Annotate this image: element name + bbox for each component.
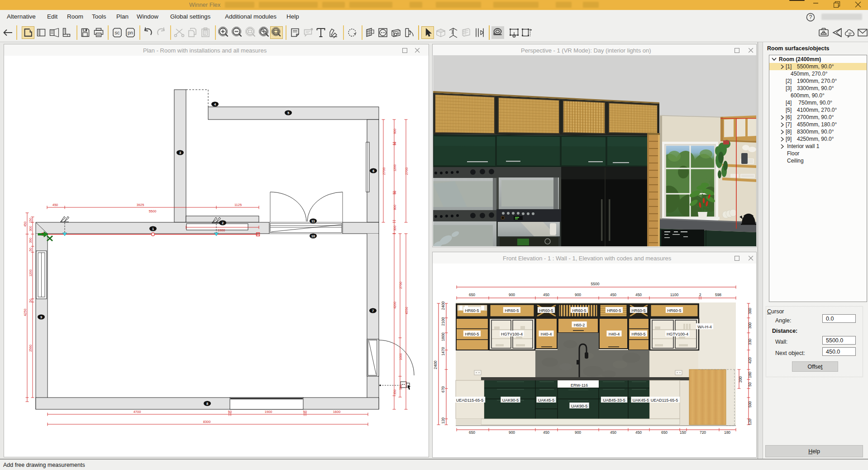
svg-text:sc: sc — [115, 30, 120, 35]
svg-text:390: 390 — [29, 238, 32, 243]
svg-text:2400: 2400 — [433, 360, 438, 369]
svg-text:7: 7 — [372, 309, 374, 313]
svg-text:120: 120 — [748, 419, 752, 425]
svg-text:1: 1 — [152, 227, 154, 231]
svg-text:HR60-5: HR60-5 — [631, 308, 645, 313]
svg-text:650: 650 — [469, 430, 475, 435]
svg-text:450: 450 — [635, 293, 642, 297]
svg-text:UAB45-33-5: UAB45-33-5 — [603, 398, 625, 403]
svg-text:2: 2 — [699, 293, 701, 297]
svg-text:HGTV100-4: HGTV100-4 — [667, 332, 688, 336]
svg-text:900: 900 — [575, 430, 581, 435]
svg-text:300: 300 — [393, 225, 396, 231]
svg-text:2400: 2400 — [441, 301, 445, 310]
svg-text:HR60-5: HR60-5 — [465, 332, 479, 336]
svg-text:UEAD115-65-5: UEAD115-65-5 — [651, 398, 678, 403]
svg-text:10: 10 — [311, 234, 315, 238]
svg-text:5500: 5500 — [591, 282, 600, 286]
svg-text:HR60-5: HR60-5 — [631, 332, 645, 336]
svg-text:UAK45-5: UAK45-5 — [538, 398, 555, 403]
svg-text:UAK90-5: UAK90-5 — [502, 398, 519, 403]
svg-text:900: 900 — [509, 293, 515, 297]
svg-text:450: 450 — [543, 430, 549, 435]
svg-text:9: 9 — [40, 315, 42, 319]
svg-text:450: 450 — [635, 430, 642, 435]
svg-text:2700: 2700 — [382, 168, 386, 175]
svg-text:50: 50 — [29, 248, 32, 251]
svg-text:900: 900 — [575, 293, 581, 297]
svg-text:pn: pn — [128, 30, 133, 35]
svg-text:450: 450 — [610, 430, 616, 435]
svg-text:HR60-5: HR60-5 — [607, 308, 621, 313]
svg-text:1200: 1200 — [393, 164, 396, 172]
svg-text:300: 300 — [748, 322, 752, 329]
svg-text:4700: 4700 — [134, 410, 141, 414]
svg-text:1470: 1470 — [441, 347, 445, 355]
svg-text:2700: 2700 — [405, 168, 409, 175]
svg-text:?: ? — [809, 14, 812, 20]
svg-text:1900: 1900 — [265, 410, 272, 414]
svg-text:598: 598 — [715, 293, 721, 297]
svg-text:300: 300 — [748, 308, 752, 314]
svg-text:720: 720 — [700, 430, 706, 435]
svg-text:6: 6 — [372, 169, 374, 173]
svg-text:50: 50 — [228, 410, 232, 414]
svg-text:2: 2 — [222, 221, 224, 225]
svg-text:HR60-5: HR60-5 — [539, 308, 553, 313]
svg-text:UEAD115-65-5: UEAD115-65-5 — [456, 398, 483, 403]
svg-text:1125: 1125 — [234, 203, 242, 207]
svg-text:500: 500 — [748, 401, 752, 408]
svg-text:150: 150 — [680, 430, 686, 435]
svg-text:5500: 5500 — [149, 209, 157, 213]
svg-text:4200: 4200 — [393, 302, 396, 309]
svg-text:120: 120 — [441, 417, 445, 424]
svg-text:ERW-116: ERW-116 — [571, 383, 588, 388]
svg-text:180: 180 — [748, 372, 752, 378]
svg-text:50: 50 — [393, 142, 396, 145]
svg-text:650: 650 — [661, 430, 668, 435]
svg-text:550: 550 — [399, 384, 402, 390]
svg-text:5: 5 — [287, 111, 289, 115]
svg-text:2700: 2700 — [399, 282, 402, 289]
svg-text:200: 200 — [738, 376, 743, 383]
svg-text:HR60-5: HR60-5 — [667, 308, 681, 313]
svg-text:3: 3 — [179, 151, 181, 155]
svg-text:450: 450 — [52, 203, 58, 207]
svg-text:900: 900 — [509, 430, 515, 435]
svg-text:150: 150 — [29, 218, 32, 223]
svg-text:180: 180 — [724, 430, 730, 435]
svg-text:1900: 1900 — [218, 228, 225, 232]
svg-text:450: 450 — [610, 293, 616, 297]
svg-text:WA-H-4: WA-H-4 — [697, 325, 712, 329]
svg-text:HR60-5: HR60-5 — [505, 308, 519, 313]
svg-text:600: 600 — [393, 129, 396, 134]
svg-text:8300: 8300 — [203, 420, 211, 424]
svg-text:H40-4: H40-4 — [609, 332, 620, 336]
svg-text:2100: 2100 — [441, 317, 445, 326]
svg-text:3925: 3925 — [137, 203, 144, 207]
svg-text:800: 800 — [393, 205, 396, 210]
svg-text:50: 50 — [29, 299, 32, 302]
svg-text:4250: 4250 — [23, 309, 27, 317]
svg-text:HGTV100-4: HGTV100-4 — [501, 332, 523, 336]
svg-text:50: 50 — [748, 382, 752, 387]
svg-text:H40-4: H40-4 — [541, 332, 552, 336]
svg-text:1200: 1200 — [29, 269, 32, 277]
svg-text:300: 300 — [29, 226, 32, 231]
svg-text:50: 50 — [393, 191, 396, 194]
svg-text:450: 450 — [543, 293, 549, 297]
svg-text:50: 50 — [303, 410, 307, 414]
svg-text:UAK90-5: UAK90-5 — [571, 404, 588, 408]
svg-text:350: 350 — [393, 389, 396, 395]
svg-text:2560: 2560 — [29, 345, 32, 352]
svg-text:1600: 1600 — [333, 410, 341, 414]
svg-text:HR60-5: HR60-5 — [465, 308, 479, 313]
svg-text:H60-2: H60-2 — [574, 323, 585, 327]
svg-text:UAK45-5: UAK45-5 — [633, 398, 649, 403]
svg-text:330: 330 — [748, 339, 752, 345]
svg-text:450: 450 — [24, 221, 27, 227]
svg-text:1800: 1800 — [441, 332, 445, 341]
svg-text:670: 670 — [441, 386, 445, 393]
svg-text:HR60-5: HR60-5 — [572, 308, 586, 313]
svg-text:8: 8 — [206, 402, 208, 406]
